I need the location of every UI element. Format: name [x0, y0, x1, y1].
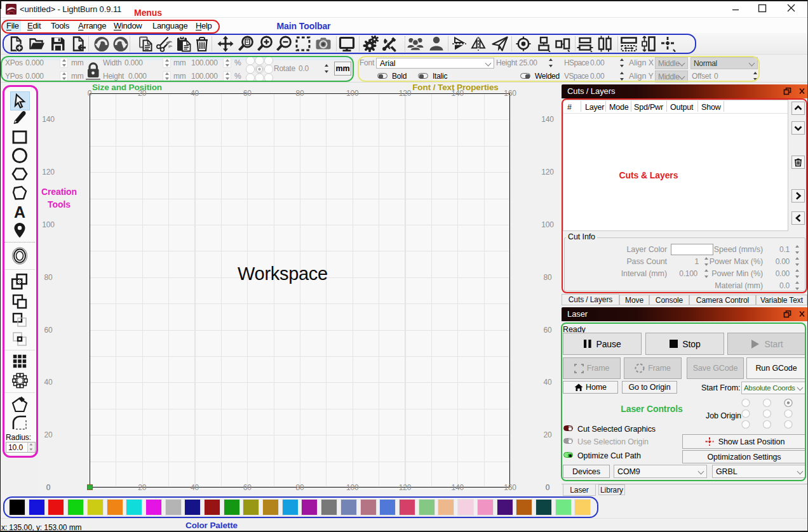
svg-text:A: A — [14, 203, 25, 221]
